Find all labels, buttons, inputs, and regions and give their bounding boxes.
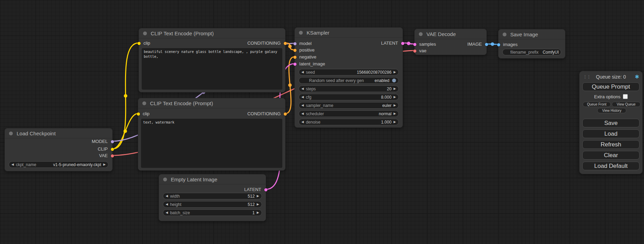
- toggle-knob[interactable]: [392, 79, 396, 82]
- link-midpoint-dot[interactable]: [288, 45, 292, 48]
- ksampler-widget-cfg[interactable]: ◀cfg8.000▶: [299, 94, 399, 100]
- ksampler-widget-scheduler[interactable]: ◀schedulernormal▶: [299, 110, 399, 117]
- clip-text-encode-negative-title[interactable]: CLIP Text Encode (Prompt): [138, 98, 285, 108]
- ksampler-title[interactable]: KSampler: [295, 28, 403, 38]
- images-input-slot[interactable]: [497, 43, 500, 46]
- view-history-button[interactable]: View History: [597, 108, 626, 113]
- ksampler-widget-denoise[interactable]: ◀denoise1.000▶: [299, 119, 399, 125]
- view-queue-button[interactable]: View Queue: [612, 102, 641, 107]
- increment-arrow-icon[interactable]: ▶: [103, 162, 106, 168]
- decrement-arrow-icon[interactable]: ◀: [301, 94, 304, 100]
- clip-text-encode-negative-prompt-text[interactable]: text, watermark: [141, 119, 282, 168]
- clip-text-encode-negative[interactable]: CLIP Text Encode (Prompt)clipCONDITIONIN…: [138, 98, 285, 171]
- link-midpoint-dot[interactable]: [288, 83, 292, 87]
- clip-text-encode-positive[interactable]: CLIP Text Encode (Prompt)clipCONDITIONIN…: [139, 28, 285, 92]
- empty-latent-image-widget-width[interactable]: ◀width512▶: [163, 193, 262, 199]
- ksampler-widget-seed[interactable]: ◀seed156680208700286▶: [299, 69, 399, 75]
- increment-arrow-icon[interactable]: ▶: [394, 94, 396, 100]
- input-slot-label: latent_image: [299, 61, 325, 66]
- input-slot-label: images: [503, 42, 518, 47]
- empty-latent-image-widget-height[interactable]: ◀height512▶: [163, 201, 262, 208]
- clip-input-slot[interactable]: [137, 112, 140, 116]
- clip-input-slot[interactable]: [138, 42, 141, 45]
- ksampler-widget-steps[interactable]: ◀steps20▶: [299, 85, 399, 92]
- settings-gear-icon[interactable]: ✱: [635, 74, 639, 80]
- clip-text-encode-positive-prompt-text[interactable]: beautiful scenery nature glass bottle la…: [142, 48, 282, 90]
- decrement-arrow-icon[interactable]: ◀: [166, 210, 168, 216]
- decrement-arrow-icon[interactable]: ◀: [301, 119, 304, 125]
- widget-label: sampler_name: [306, 103, 333, 108]
- refresh-button[interactable]: Refresh: [582, 140, 639, 149]
- widget-label: steps: [306, 87, 316, 91]
- empty-latent-image-widget-batch_size[interactable]: ◀batch_size1▶: [163, 209, 262, 216]
- collapse-dot-icon[interactable]: [299, 31, 303, 35]
- queue-front-button[interactable]: Queue Front: [583, 102, 611, 107]
- LATENT-output-slot[interactable]: [401, 42, 404, 45]
- negative-input-slot[interactable]: [293, 56, 297, 59]
- link-midpoint-dot[interactable]: [407, 42, 411, 45]
- queue-prompt-button[interactable]: Queue Prompt: [582, 82, 639, 91]
- IMAGE-output-slot[interactable]: [485, 43, 488, 46]
- VAE-output-slot[interactable]: [111, 154, 114, 157]
- load-checkpoint-widget-ckpt_name[interactable]: ◀ckpt_namev1-5-pruned-emaonly.ckpt▶: [9, 161, 108, 168]
- collapse-dot-icon[interactable]: [9, 132, 13, 135]
- collapse-dot-icon[interactable]: [143, 31, 147, 35]
- link-midpoint-dot[interactable]: [491, 43, 494, 46]
- ksampler[interactable]: KSamplermodelpositivenegativelatent_imag…: [294, 27, 403, 128]
- load-checkpoint-title[interactable]: Load Checkpoint: [5, 128, 112, 138]
- clear-button[interactable]: Clear: [582, 151, 639, 160]
- ksampler-input-negative: negative: [295, 55, 316, 60]
- increment-arrow-icon[interactable]: ▶: [394, 111, 396, 117]
- empty-latent-image-title[interactable]: Empty Latent Image: [159, 174, 266, 184]
- increment-arrow-icon[interactable]: ▶: [394, 69, 396, 75]
- LATENT-output-slot[interactable]: [264, 188, 267, 191]
- save-image-title[interactable]: Save Image: [499, 29, 565, 39]
- widget-label: Random seed after every gen: [309, 78, 364, 83]
- save-image[interactable]: Save Imageimagesfilename_prefixComfyUI: [498, 29, 565, 58]
- decrement-arrow-icon[interactable]: ◀: [301, 111, 304, 117]
- increment-arrow-icon[interactable]: ▶: [394, 119, 396, 125]
- queue-size-label: Queue size: 0: [580, 74, 642, 80]
- decrement-arrow-icon[interactable]: ◀: [11, 162, 14, 168]
- widget-value: ComfyUI: [542, 50, 559, 55]
- extra-options-checkbox[interactable]: [623, 94, 628, 99]
- vae-decode[interactable]: VAE DecodesamplesvaeIMAGE: [414, 29, 487, 55]
- CLIP-output-slot[interactable]: [111, 148, 114, 151]
- load-checkpoint[interactable]: Load CheckpointMODELCLIPVAE◀ckpt_namev1-…: [5, 128, 113, 171]
- ksampler-widget-sampler_name[interactable]: ◀sampler_nameeuler▶: [299, 102, 399, 109]
- link-midpoint-dot[interactable]: [124, 129, 127, 133]
- collapse-dot-icon[interactable]: [163, 178, 167, 181]
- clip-text-encode-positive-title[interactable]: CLIP Text Encode (Prompt): [139, 28, 285, 38]
- load-button[interactable]: Load: [582, 129, 639, 138]
- increment-arrow-icon[interactable]: ▶: [257, 210, 259, 216]
- load-default-button[interactable]: Load Default: [582, 162, 639, 170]
- positive-input-slot[interactable]: [293, 49, 297, 52]
- CONDITIONING-output-slot[interactable]: [284, 42, 287, 45]
- latent_image-input-slot[interactable]: [293, 63, 297, 66]
- increment-arrow-icon[interactable]: ▶: [257, 193, 259, 199]
- vae-decode-title[interactable]: VAE Decode: [415, 29, 486, 39]
- increment-arrow-icon[interactable]: ▶: [394, 102, 396, 108]
- decrement-arrow-icon[interactable]: ◀: [166, 201, 168, 207]
- collapse-dot-icon[interactable]: [503, 33, 506, 36]
- vae-input-slot[interactable]: [413, 49, 416, 53]
- decrement-arrow-icon[interactable]: ◀: [301, 86, 304, 92]
- save-button[interactable]: Save: [582, 119, 639, 127]
- CONDITIONING-output-slot[interactable]: [284, 112, 287, 116]
- save-image-widget-filename_prefix[interactable]: filename_prefixComfyUI: [502, 49, 561, 55]
- link-midpoint-dot[interactable]: [124, 94, 127, 98]
- empty-latent-image[interactable]: Empty Latent ImageLATENT◀width512▶◀heigh…: [159, 174, 266, 221]
- collapse-dot-icon[interactable]: [142, 101, 146, 105]
- vae-decode-output-IMAGE: IMAGE: [467, 42, 486, 47]
- decrement-arrow-icon[interactable]: ◀: [166, 193, 168, 199]
- decrement-arrow-icon[interactable]: ◀: [301, 69, 304, 75]
- increment-arrow-icon[interactable]: ▶: [257, 201, 259, 207]
- increment-arrow-icon[interactable]: ▶: [394, 86, 396, 92]
- MODEL-output-slot[interactable]: [111, 140, 114, 143]
- ksampler-widget-random-seed-after-every-gen[interactable]: Random seed after every genenabled: [299, 77, 399, 84]
- graph-canvas[interactable]: Load CheckpointMODELCLIPVAE◀ckpt_namev1-…: [0, 0, 644, 244]
- samples-input-slot[interactable]: [413, 43, 416, 46]
- decrement-arrow-icon[interactable]: ◀: [301, 102, 304, 108]
- model-input-slot[interactable]: [293, 42, 297, 45]
- collapse-dot-icon[interactable]: [419, 32, 423, 36]
